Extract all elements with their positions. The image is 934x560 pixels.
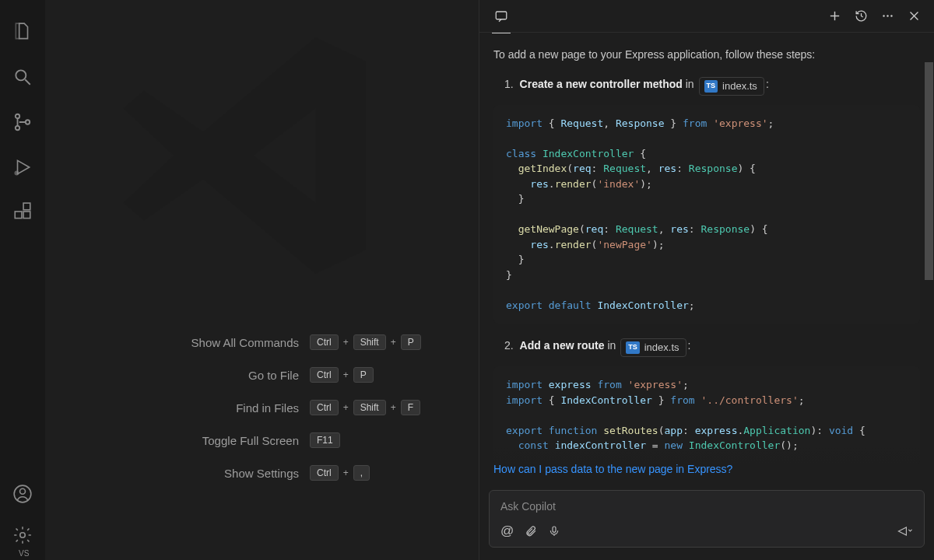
shortcut-label: Toggle Full Screen <box>92 434 299 447</box>
code-block-1: import { Request, Response } from 'expre… <box>493 105 920 324</box>
svg-point-0 <box>16 70 26 80</box>
vscode-watermark-logo <box>100 8 395 303</box>
svg-point-4 <box>26 120 30 124</box>
chat-input[interactable]: Ask Copilot @ <box>489 490 925 548</box>
key: F <box>401 400 420 415</box>
key: P <box>353 367 374 383</box>
shortcut-label: Show Settings <box>92 467 299 480</box>
send-button[interactable] <box>897 525 913 537</box>
shortcut-row: Go to File Ctrl+P <box>92 367 434 383</box>
run-debug-icon[interactable] <box>0 145 45 190</box>
files-icon[interactable] <box>0 9 45 54</box>
vs-badge: vs <box>19 549 29 558</box>
more-icon[interactable] <box>878 7 897 26</box>
svg-rect-13 <box>496 12 507 19</box>
source-control-icon[interactable] <box>0 100 45 145</box>
mic-icon[interactable] <box>548 525 560 537</box>
svg-point-2 <box>16 114 19 118</box>
key: P <box>401 334 421 350</box>
agent-icon[interactable]: @ <box>500 523 514 539</box>
chat-tab-icon[interactable] <box>490 5 512 27</box>
chat-input-placeholder: Ask Copilot <box>500 500 913 513</box>
svg-rect-8 <box>23 212 30 219</box>
svg-point-12 <box>20 533 26 538</box>
svg-point-17 <box>887 15 888 16</box>
welcome-shortcuts: Show All Commands Ctrl+Shift+P Go to Fil… <box>92 334 434 481</box>
accounts-icon[interactable] <box>0 471 45 516</box>
shortcut-label: Find in Files <box>92 401 299 415</box>
editor-area: Show All Commands Ctrl+Shift+P Go to Fil… <box>45 0 479 560</box>
search-icon[interactable] <box>0 54 45 100</box>
chat-intro: To add a new page to your Express applic… <box>493 47 920 64</box>
history-icon[interactable] <box>851 7 870 26</box>
extensions-icon[interactable] <box>0 190 45 235</box>
svg-point-11 <box>20 488 26 494</box>
svg-rect-21 <box>553 527 556 532</box>
chat-content: To add a new page to your Express applic… <box>479 33 934 482</box>
shortcut-label: Go to File <box>92 369 299 382</box>
svg-point-3 <box>16 126 19 130</box>
scrollbar-thumb[interactable] <box>925 62 933 280</box>
chat-tabs <box>479 0 934 33</box>
chat-input-toolbar: @ <box>500 523 913 539</box>
svg-point-6 <box>15 171 18 174</box>
file-chip[interactable]: TS index.ts <box>620 338 686 357</box>
step-2: 2. Add a new route in TS index.ts : <box>493 338 920 357</box>
svg-point-16 <box>883 15 884 16</box>
svg-rect-9 <box>23 203 30 210</box>
step-1: 1. Create a new controller method in TS … <box>493 76 920 96</box>
key: Ctrl <box>310 367 339 383</box>
key: , <box>353 465 370 481</box>
attach-icon[interactable] <box>525 525 537 537</box>
shortcut-row: Toggle Full Screen F11 <box>92 432 434 448</box>
shortcut-label: Show All Commands <box>92 336 299 349</box>
manage-icon[interactable] <box>0 516 45 554</box>
key: Shift <box>353 400 386 415</box>
new-chat-button[interactable] <box>825 7 844 26</box>
svg-rect-7 <box>15 212 22 219</box>
code-block-2: import express from 'express'; import { … <box>493 366 920 464</box>
file-chip[interactable]: TS index.ts <box>699 77 764 96</box>
shortcut-row: Show Settings Ctrl+, <box>92 465 434 481</box>
shortcut-row: Find in Files Ctrl+Shift+F <box>92 400 434 415</box>
key: Ctrl <box>310 465 339 481</box>
key: Shift <box>353 334 386 350</box>
ts-badge: TS <box>704 80 718 93</box>
key: Ctrl <box>310 334 339 350</box>
svg-marker-5 <box>18 160 30 173</box>
svg-point-18 <box>890 15 892 16</box>
svg-line-1 <box>25 79 30 85</box>
close-icon[interactable] <box>904 7 923 26</box>
file-name: index.ts <box>722 79 757 94</box>
activity-bar: vs <box>0 0 45 560</box>
shortcut-row: Show All Commands Ctrl+Shift+P <box>92 334 434 350</box>
key: Ctrl <box>310 400 339 415</box>
chat-panel: To add a new page to your Express applic… <box>479 0 934 560</box>
ts-badge: TS <box>626 341 640 354</box>
file-name: index.ts <box>644 340 679 355</box>
key: F11 <box>310 432 340 448</box>
